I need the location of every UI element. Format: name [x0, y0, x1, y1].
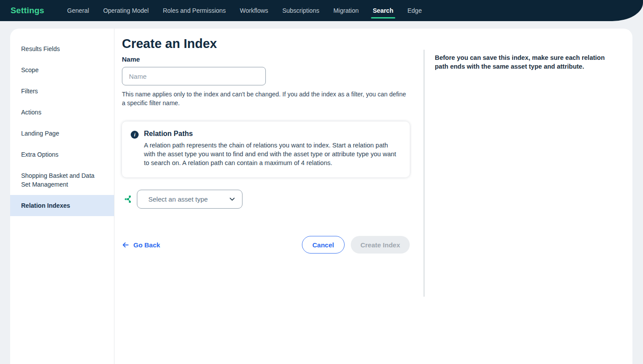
settings-content-card: Results Fields Scope Filters Actions Lan…: [10, 29, 632, 364]
nav-tab-subscriptions[interactable]: Subscriptions: [275, 0, 326, 21]
sidebar-item-scope[interactable]: Scope: [10, 59, 114, 81]
cancel-button[interactable]: Cancel: [302, 236, 345, 254]
sidebar-item-results-fields[interactable]: Results Fields: [10, 38, 114, 59]
save-requirement-note: Before you can save this index, make sur…: [435, 53, 615, 71]
nav-tab-operating-model[interactable]: Operating Model: [96, 0, 156, 21]
asset-type-dropdown-value: Select an asset type: [148, 195, 208, 203]
settings-title: Settings: [11, 6, 44, 15]
sidebar-item-actions[interactable]: Actions: [10, 102, 114, 123]
nav-tab-search[interactable]: Search: [366, 0, 400, 21]
search-settings-sidebar: Results Fields Scope Filters Actions Lan…: [10, 29, 114, 364]
chevron-down-icon: [229, 196, 235, 202]
create-index-button[interactable]: Create Index: [351, 236, 410, 254]
top-navigation-bar: Settings General Operating Model Roles a…: [0, 0, 643, 21]
relation-paths-info-card: i Relation Paths A relation path represe…: [122, 121, 410, 177]
sidebar-item-landing-page[interactable]: Landing Page: [10, 123, 114, 144]
settings-nav-tabs: General Operating Model Roles and Permis…: [60, 0, 429, 21]
nav-tab-roles-and-permissions[interactable]: Roles and Permissions: [156, 0, 233, 21]
nav-tab-edge[interactable]: Edge: [400, 0, 429, 21]
go-back-label: Go Back: [133, 241, 160, 249]
sidebar-item-extra-options[interactable]: Extra Options: [10, 144, 114, 165]
info-icon: i: [131, 131, 139, 139]
sidebar-item-shopping-basket[interactable]: Shopping Basket and Data Set Management: [10, 165, 105, 195]
form-actions: Go Back Cancel Create Index: [122, 236, 410, 254]
go-back-link[interactable]: Go Back: [122, 241, 160, 249]
name-field-label: Name: [122, 55, 410, 63]
page-title: Create an Index: [122, 37, 410, 51]
relation-path-row: Select an asset type: [122, 190, 410, 209]
content-area: Create an Index Name This name applies o…: [114, 29, 632, 364]
sidebar-item-filters[interactable]: Filters: [10, 81, 114, 102]
save-requirement-panel: Before you can save this index, make sur…: [424, 50, 632, 297]
info-card-title: Relation Paths: [144, 130, 399, 138]
create-index-form: Create an Index Name This name applies o…: [114, 29, 424, 364]
arrow-left-icon: [122, 241, 129, 249]
info-card-body: A relation path represents the chain of …: [144, 141, 399, 167]
name-input[interactable]: [122, 67, 266, 85]
nav-tab-workflows[interactable]: Workflows: [233, 0, 275, 21]
sidebar-item-relation-indexes[interactable]: Relation Indexes: [10, 195, 114, 216]
nav-tab-general[interactable]: General: [60, 0, 96, 21]
name-helper-text: This name applies only to the index and …: [122, 90, 407, 107]
asset-type-dropdown[interactable]: Select an asset type: [137, 190, 243, 209]
nav-tab-migration[interactable]: Migration: [326, 0, 366, 21]
relation-icon: [124, 195, 132, 203]
